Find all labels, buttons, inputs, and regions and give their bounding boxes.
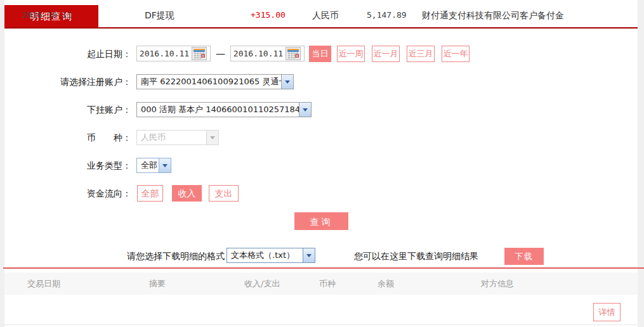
registered-account-value: 南平 6222001406100921065 灵通卡: [137, 76, 281, 87]
download-format-select[interactable]: 文本格式（.txt）: [227, 248, 315, 263]
cell-date: 2016-10-11: [22, 0, 72, 30]
cell-balance: 5,147.89: [367, 0, 407, 30]
download-hint: 您可以在这里下载查询明细结果: [354, 251, 478, 262]
table-row: [4, 295, 638, 325]
detail-button[interactable]: 详情: [593, 303, 621, 321]
chevron-down-icon: [299, 103, 311, 117]
col-header-currency: 币种: [319, 272, 336, 295]
quick-range-month-button[interactable]: 近一月: [372, 46, 400, 62]
table-top-divider: [3, 267, 644, 269]
fund-flow-income-button[interactable]: 收入: [172, 185, 202, 202]
quick-range-3month-button[interactable]: 近三月: [407, 46, 435, 62]
fund-flow-all-button[interactable]: 全部: [137, 185, 163, 202]
business-type-select[interactable]: 全部: [136, 158, 171, 173]
end-date-input[interactable]: [231, 47, 286, 60]
cell-amount: +315.00: [251, 0, 286, 30]
currency-label: 币 种：: [0, 130, 131, 145]
col-header-summary: 摘要: [149, 272, 166, 295]
calendar-icon[interactable]: [192, 47, 207, 60]
sub-account-select[interactable]: 000 活期 基本户 1406600101102571848: [136, 102, 312, 117]
start-date-field: [136, 46, 211, 61]
download-button[interactable]: 下载: [504, 248, 544, 265]
end-date-field: [230, 46, 305, 61]
chevron-down-icon: [159, 158, 171, 172]
cell-currency: 人民币: [312, 0, 339, 30]
chevron-down-icon: [281, 75, 293, 89]
business-type-label: 业务类型：: [0, 158, 131, 173]
col-header-amount: 收入/支出: [244, 272, 280, 295]
sub-account-value: 000 活期 基本户 1406600101102571848: [137, 104, 299, 115]
query-button[interactable]: 查询: [294, 212, 348, 230]
quick-range-year-button[interactable]: 近一年: [442, 46, 470, 62]
chevron-down-icon: [303, 248, 315, 262]
cell-summary: DF提现: [145, 0, 174, 30]
date-range-separator: —: [216, 48, 225, 60]
calendar-icon[interactable]: [286, 47, 301, 60]
fund-flow-label: 资金流向：: [0, 186, 131, 201]
col-header-counterparty: 对方信息: [481, 272, 514, 295]
start-date-input[interactable]: [137, 47, 192, 60]
col-header-balance: 余额: [378, 272, 394, 295]
quick-range-week-button[interactable]: 近一周: [337, 46, 365, 62]
currency-select: 人民币: [136, 130, 219, 145]
detail-query-page: 明细查询 起止日期： —: [0, 0, 644, 327]
registered-account-select[interactable]: 南平 6222001406100921065 灵通卡: [136, 74, 294, 89]
sub-account-label: 下挂账户：: [0, 102, 131, 117]
business-type-value: 全部: [137, 160, 159, 171]
date-range-label: 起止日期：: [0, 46, 131, 61]
download-format-label: 请您选择下载明细的格式: [127, 251, 225, 262]
registered-account-label: 请选择注册账户：: [0, 74, 131, 89]
col-header-date: 交易日期: [27, 272, 60, 295]
quick-range-today-button[interactable]: 当日: [309, 46, 331, 62]
chevron-down-icon: [206, 131, 218, 144]
cell-counterparty: 财付通支付科技有限公司客户备付金: [422, 0, 564, 30]
fund-flow-expense-button[interactable]: 支出: [209, 185, 239, 202]
currency-value: 人民币: [137, 132, 206, 143]
download-format-value: 文本格式（.txt）: [227, 250, 303, 261]
